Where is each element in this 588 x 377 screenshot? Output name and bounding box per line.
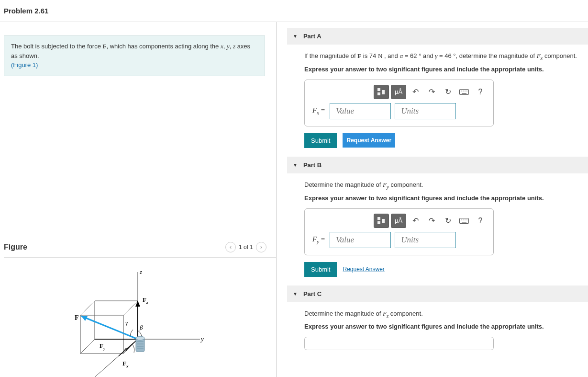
redo-button[interactable]: ↷ <box>424 85 439 99</box>
part-c: ▼ Part C Determine the magnitude of Fz c… <box>287 286 588 351</box>
svg-point-10 <box>136 336 144 340</box>
pb-Fy: Fy <box>383 181 389 188</box>
problem-statement: The bolt is subjected to the force F, wh… <box>4 35 265 76</box>
part-c-title: Part C <box>303 290 322 297</box>
part-c-instruction: Express your answer to two significant f… <box>304 323 588 330</box>
part-c-prompt: Determine the magnitude of Fz component. <box>304 309 588 320</box>
figure-heading: Figure <box>4 243 27 251</box>
svg-line-2 <box>90 339 138 377</box>
svg-rect-16 <box>377 92 380 95</box>
svg-point-28 <box>461 219 462 220</box>
svg-point-22 <box>466 91 467 91</box>
part-b-instruction: Express your answer to two significant f… <box>304 194 588 202</box>
caret-down-icon: ▼ <box>293 34 298 39</box>
label-Fz: Fz <box>143 296 148 305</box>
part-b: ▼ Part B Determine the magnitude of Fy c… <box>287 157 588 277</box>
undo-button[interactable]: ↶ <box>408 214 422 228</box>
redo-button[interactable]: ↷ <box>424 214 439 228</box>
figure-link[interactable]: (Figure 1) <box>11 61 38 69</box>
undo-button[interactable]: ↶ <box>408 85 422 99</box>
part-a-instruction: Express your answer to two significant f… <box>304 66 588 73</box>
svg-rect-25 <box>377 221 380 224</box>
axis-x: x <box>221 43 223 50</box>
special-char-button[interactable]: μÅ <box>391 214 406 228</box>
part-a-toolbar: μÅ ↶ ↷ ↻ ? <box>307 82 491 103</box>
part-a-input-row: Fx = <box>307 103 491 119</box>
part-b-prompt: Determine the magnitude of Fy component. <box>304 180 588 191</box>
svg-point-29 <box>463 219 464 220</box>
part-b-request-answer-link[interactable]: Request Answer <box>343 266 384 273</box>
figure-counter: 1 of 1 <box>239 244 253 251</box>
help-button[interactable]: ? <box>473 85 488 99</box>
part-b-var-label: Fy = <box>312 235 326 244</box>
label-beta: β <box>139 324 143 331</box>
template-picker-button[interactable] <box>374 85 389 99</box>
part-c-answer-box <box>304 337 494 350</box>
pc-t2: component. <box>388 310 423 317</box>
svg-point-21 <box>465 91 466 91</box>
template-picker-button[interactable] <box>374 214 389 228</box>
part-a-units-input[interactable] <box>395 103 456 119</box>
help-button[interactable]: ? <box>473 214 488 228</box>
figure-pager: ‹ 1 of 1 › <box>225 242 266 252</box>
keyboard-button[interactable] <box>457 85 471 99</box>
part-b-header[interactable]: ▼ Part B <box>287 157 588 173</box>
label-F: F <box>75 314 79 321</box>
part-b-answer-box: μÅ ↶ ↷ ↻ ? Fy = <box>304 208 494 255</box>
reset-button[interactable]: ↻ <box>441 214 455 228</box>
intro-text-mid: , which has components acting along the <box>106 43 220 50</box>
svg-rect-26 <box>382 219 385 223</box>
svg-point-19 <box>461 91 462 91</box>
label-Fx: Fx <box>122 360 129 368</box>
svg-rect-24 <box>377 217 380 220</box>
pa-t4: , determine the magnitude of <box>456 52 537 59</box>
part-b-units-input[interactable] <box>395 232 456 248</box>
part-a-request-answer-button[interactable]: Request Answer <box>343 133 395 148</box>
part-a-button-row: Submit Request Answer <box>304 133 588 148</box>
part-a-submit-button[interactable]: Submit <box>304 133 337 148</box>
figure-diagram: z y x F Fz Fy Fx α β γ <box>66 267 210 377</box>
part-c-header[interactable]: ▼ Part C <box>287 286 588 302</box>
svg-rect-18 <box>460 89 469 94</box>
figure-body: z y x F Fz Fy Fx α β γ <box>4 258 276 377</box>
svg-point-20 <box>463 91 464 91</box>
label-y: y <box>200 335 204 343</box>
svg-line-8 <box>119 339 138 356</box>
part-a-value-input[interactable] <box>330 103 391 119</box>
pb-t1: Determine the magnitude of <box>304 181 383 188</box>
pa-t3: , and <box>382 52 399 59</box>
right-column: ▼ Part A If the magnitude of F is 74 N ,… <box>277 22 588 377</box>
label-Fy: Fy <box>100 342 106 351</box>
pa-N: N <box>378 52 382 59</box>
pa-eq62: = 62 ° <box>403 52 423 59</box>
pc-t1: Determine the magnitude of <box>304 310 383 317</box>
problem-title: Problem 2.61 <box>0 0 588 22</box>
svg-rect-23 <box>462 93 466 94</box>
caret-down-icon: ▼ <box>293 291 298 297</box>
keyboard-button[interactable] <box>457 214 471 228</box>
figure-next-button[interactable]: › <box>256 242 266 252</box>
part-a-answer-box: μÅ ↶ ↷ ↻ ? Fx = <box>304 80 494 126</box>
pa-Fx: Fx <box>537 52 543 59</box>
pa-t1: If the magnitude of <box>304 52 357 59</box>
intro-text-pre: The bolt is subjected to the force <box>11 43 103 50</box>
figure-prev-button[interactable]: ‹ <box>225 242 236 252</box>
svg-rect-27 <box>460 218 469 223</box>
label-z: z <box>139 268 142 275</box>
part-b-toolbar: μÅ ↶ ↷ ↻ ? <box>307 211 491 232</box>
pa-and: and <box>423 52 435 59</box>
pb-t2: component. <box>389 181 423 188</box>
part-b-submit-button[interactable]: Submit <box>304 262 337 277</box>
pa-t2: is 74 <box>361 52 378 59</box>
part-a-body: If the magnitude of F is 74 N , and α = … <box>287 45 588 148</box>
special-char-button[interactable]: μÅ <box>391 85 406 99</box>
figure-header: Figure ‹ 1 of 1 › <box>4 239 276 258</box>
part-a-header[interactable]: ▼ Part A <box>287 28 588 45</box>
main-split: The bolt is subjected to the force F, wh… <box>0 22 588 377</box>
part-b-button-row: Submit Request Answer <box>304 262 588 277</box>
label-alpha: α <box>124 345 128 353</box>
reset-button[interactable]: ↻ <box>441 85 455 99</box>
part-a: ▼ Part A If the magnitude of F is 74 N ,… <box>287 28 588 148</box>
part-b-value-input[interactable] <box>330 232 391 248</box>
part-a-title: Part A <box>303 33 322 40</box>
